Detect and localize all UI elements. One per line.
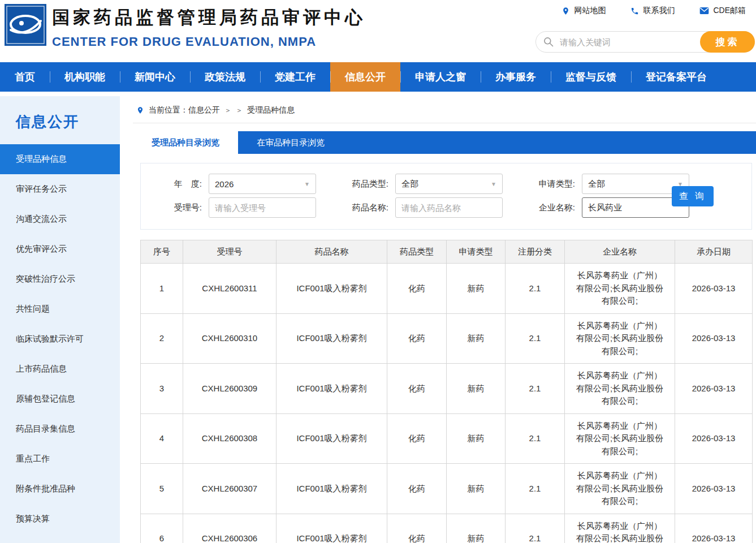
site-title-block: 国家药品监督管理局药品审评中心 CENTER FOR DRUG EVALUATI… xyxy=(52,6,366,49)
nav-item-news[interactable]: 新闻中心 xyxy=(120,62,190,92)
cell-apply-type: 新药 xyxy=(447,413,506,464)
sidebar-item-key-work[interactable]: 重点工作 xyxy=(0,444,120,474)
sidebar-item-breakthrough-therapy[interactable]: 突破性治疗公示 xyxy=(0,264,120,294)
table-row: 3 CXHL2600309 ICF001吸入粉雾剂 化药 新药 2.1 长风苏粤… xyxy=(141,364,753,414)
cell-drug-type: 化药 xyxy=(387,313,447,364)
cell-apply-type: 新药 xyxy=(447,464,506,514)
nav-item-home[interactable]: 首页 xyxy=(0,62,50,92)
filter-field-drug-name: 药品名称: xyxy=(345,197,503,218)
sidebar-item-conditional-approval[interactable]: 附条件批准品种 xyxy=(0,474,120,504)
cde-mail-link-label: CDE邮箱 xyxy=(713,6,746,16)
cell-reg-class: 2.1 xyxy=(506,313,565,364)
nav-item-registration-platform[interactable]: 登记备案平台 xyxy=(631,62,722,92)
cell-company: 长风苏粤药业（广州）有限公司;长风药业股份有限公司; xyxy=(565,264,675,314)
cell-drug-name: ICF001吸入粉雾剂 xyxy=(277,364,387,414)
cell-reg-class: 2.1 xyxy=(506,464,565,514)
year-select[interactable]: 2026 ▼ xyxy=(209,174,316,194)
header-quick-links: 网站地图 联系我们 CDE邮箱 xyxy=(561,6,746,16)
sidebar-item-priority-review[interactable]: 优先审评公示 xyxy=(0,234,120,264)
cell-accept-no: CXHL2600307 xyxy=(183,464,277,514)
cell-accept-no: CXHL2600310 xyxy=(183,313,277,364)
cell-accept-no: CXHL2600309 xyxy=(183,364,277,414)
site-search: 搜索 xyxy=(535,31,755,53)
main-nav: 首页 机构职能 新闻中心 政策法规 党建工作 信息公开 申请人之窗 办事服务 监… xyxy=(0,62,756,92)
sidebar-item-excipients-registration[interactable]: 原辅包登记信息 xyxy=(0,384,120,414)
filter-field-company: 企业名称: xyxy=(532,197,689,218)
filter-field-accept-no: 受理号: xyxy=(159,197,316,218)
cell-seq: 4 xyxy=(141,413,183,464)
sidebar-item-marketed-drugs[interactable]: 上市药品信息 xyxy=(0,354,120,384)
drug-name-label: 药品名称: xyxy=(345,202,388,213)
cell-seq: 1 xyxy=(141,264,183,314)
cell-reg-class: 2.1 xyxy=(506,364,565,414)
results-table: 序号 受理号 药品名称 药品类型 申请类型 注册分类 企业名称 承办日期 1 C… xyxy=(140,240,753,543)
breadcrumb-current-location: 当前位置：信息公开 xyxy=(149,105,220,115)
table-row: 5 CXHL2600307 ICF001吸入粉雾剂 化药 新药 2.1 长风苏粤… xyxy=(141,464,753,514)
chevron-down-icon: ▼ xyxy=(304,181,310,187)
main-content: 当前位置：信息公开 ＞ ＞ 受理品种信息 受理品种目录浏览 在审品种目录浏览 年… xyxy=(133,96,756,543)
nav-item-applicant-window[interactable]: 申请人之窗 xyxy=(400,62,481,92)
cell-seq: 2 xyxy=(141,313,183,364)
table-row: 6 CXHL2600306 ICF001吸入粉雾剂 化药 新药 2.1 长风苏粤… xyxy=(141,514,753,543)
filter-row-1: 年 度: 2026 ▼ 药品类型: 全部 ▼ 申请类型: xyxy=(159,174,751,194)
site-title: 国家药品监督管理局药品审评中心 xyxy=(52,6,366,29)
cell-reg-class: 2.1 xyxy=(506,514,565,543)
cell-date: 2026-03-13 xyxy=(675,313,753,364)
map-pin-icon xyxy=(561,7,570,15)
filter-row-2: 受理号: 药品名称: 企业名称: xyxy=(159,197,751,218)
breadcrumb-separator: ＞ xyxy=(236,106,243,115)
year-select-value: 2026 xyxy=(215,179,234,189)
apply-type-label: 申请类型: xyxy=(532,179,575,189)
drug-type-select[interactable]: 全部 ▼ xyxy=(395,174,503,194)
cell-drug-name: ICF001吸入粉雾剂 xyxy=(277,514,387,543)
col-header-reg-class: 注册分类 xyxy=(506,240,565,264)
sitemap-link-label: 网站地图 xyxy=(574,6,606,16)
sidebar-item-budget[interactable]: 预算决算 xyxy=(0,504,120,534)
cell-apply-type: 新药 xyxy=(447,364,506,414)
cde-logo[interactable] xyxy=(5,4,46,46)
nav-item-party-building[interactable]: 党建工作 xyxy=(260,62,330,92)
nav-item-info-disclosure[interactable]: 信息公开 xyxy=(330,62,400,92)
sidebar-item-communication[interactable]: 沟通交流公示 xyxy=(0,204,120,234)
contact-us-link[interactable]: 联系我们 xyxy=(630,6,675,16)
nav-item-policies[interactable]: 政策法规 xyxy=(190,62,260,92)
col-header-accept-no: 受理号 xyxy=(183,240,277,264)
cell-drug-name: ICF001吸入粉雾剂 xyxy=(277,464,387,514)
col-header-company: 企业名称 xyxy=(565,240,675,264)
cell-company: 长风苏粤药业（广州）有限公司;长风药业股份有限公司; xyxy=(565,464,675,514)
cell-date: 2026-03-13 xyxy=(675,464,753,514)
nav-item-services[interactable]: 办事服务 xyxy=(481,62,551,92)
tab-under-review-catalog[interactable]: 在审品种目录浏览 xyxy=(238,131,343,154)
sidebar-item-drug-catalog[interactable]: 药品目录集信息 xyxy=(0,414,120,444)
cde-mail-link[interactable]: CDE邮箱 xyxy=(699,6,746,16)
accept-no-input[interactable] xyxy=(209,197,316,218)
col-header-seq: 序号 xyxy=(141,240,183,264)
company-label: 企业名称: xyxy=(532,202,575,213)
sitemap-link[interactable]: 网站地图 xyxy=(561,6,606,16)
tab-accepted-catalog[interactable]: 受理品种目录浏览 xyxy=(133,131,238,154)
sidebar-item-accepted-varieties[interactable]: 受理品种信息 xyxy=(0,144,120,174)
cell-reg-class: 2.1 xyxy=(506,413,565,464)
sidebar-item-clinical-trial-implied-license[interactable]: 临床试验默示许可 xyxy=(0,324,120,354)
cell-company: 长风苏粤药业（广州）有限公司;长风药业股份有限公司; xyxy=(565,514,675,543)
mail-icon xyxy=(699,7,709,15)
nav-item-supervision-feedback[interactable]: 监督与反馈 xyxy=(551,62,631,92)
drug-name-input[interactable] xyxy=(395,197,503,218)
table-row: 1 CXHL2600311 ICF001吸入粉雾剂 化药 新药 2.1 长风苏粤… xyxy=(141,264,753,314)
drug-type-label: 药品类型: xyxy=(345,179,388,189)
cell-drug-name: ICF001吸入粉雾剂 xyxy=(277,413,387,464)
search-button[interactable]: 搜索 xyxy=(700,31,755,53)
nav-item-functions[interactable]: 机构职能 xyxy=(50,62,120,92)
cell-date: 2026-03-13 xyxy=(675,364,753,414)
cell-drug-name: ICF001吸入粉雾剂 xyxy=(277,313,387,364)
cell-apply-type: 新药 xyxy=(447,313,506,364)
cell-seq: 6 xyxy=(141,514,183,543)
query-button[interactable]: 查 询 xyxy=(672,186,714,206)
sidebar-item-common-issues[interactable]: 共性问题 xyxy=(0,294,120,324)
cell-seq: 5 xyxy=(141,464,183,514)
phone-icon xyxy=(630,7,639,15)
cell-company: 长风苏粤药业（广州）有限公司;长风药业股份有限公司; xyxy=(565,313,675,364)
breadcrumb-page: 受理品种信息 xyxy=(247,105,295,115)
sidebar-item-review-tasks[interactable]: 审评任务公示 xyxy=(0,174,120,204)
cell-drug-type: 化药 xyxy=(387,364,447,414)
